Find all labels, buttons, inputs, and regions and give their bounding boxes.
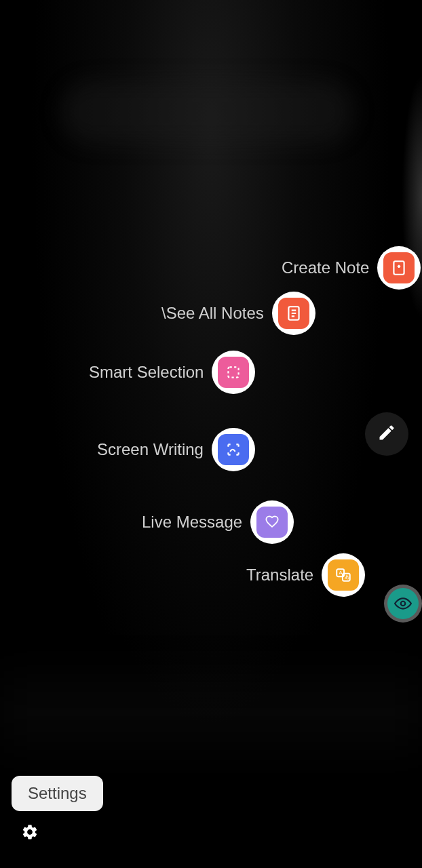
see-all-notes-icon — [272, 292, 315, 335]
menu-label-smart-selection: Smart Selection — [89, 363, 204, 382]
menu-item-smart-selection[interactable]: Smart Selection — [89, 351, 255, 394]
pen-icon — [377, 423, 396, 445]
svg-rect-2 — [229, 367, 239, 377]
menu-item-create-note[interactable]: Create Note — [282, 246, 421, 290]
svg-point-7 — [401, 601, 406, 606]
menu-item-live-message[interactable]: Live Message — [142, 500, 294, 544]
settings-tooltip: Settings — [12, 776, 103, 811]
menu-item-screen-writing[interactable]: Screen Writing — [97, 428, 255, 471]
pen-button[interactable] — [365, 412, 408, 456]
screen-writing-icon — [212, 428, 255, 471]
menu-item-translate[interactable]: Translate A あ — [246, 553, 365, 597]
create-note-icon — [377, 246, 421, 290]
gear-icon — [21, 823, 39, 844]
settings-button[interactable] — [19, 823, 41, 844]
background-blur-bottom — [0, 678, 422, 746]
translate-icon: A あ — [322, 553, 365, 597]
menu-label-see-all-notes: \See All Notes — [161, 304, 264, 323]
live-message-icon — [250, 500, 294, 544]
menu-label-translate: Translate — [246, 566, 313, 585]
menu-label-live-message: Live Message — [142, 513, 242, 532]
svg-text:あ: あ — [345, 574, 349, 580]
smart-selection-icon — [212, 351, 255, 394]
background-blur-top — [61, 81, 353, 142]
settings-label: Settings — [28, 784, 87, 802]
eye-icon — [387, 588, 419, 619]
menu-label-create-note: Create Note — [282, 258, 369, 277]
menu-item-see-all-notes[interactable]: \See All Notes — [161, 292, 315, 335]
menu-label-screen-writing: Screen Writing — [97, 440, 204, 459]
eye-edge-button[interactable] — [384, 585, 422, 623]
